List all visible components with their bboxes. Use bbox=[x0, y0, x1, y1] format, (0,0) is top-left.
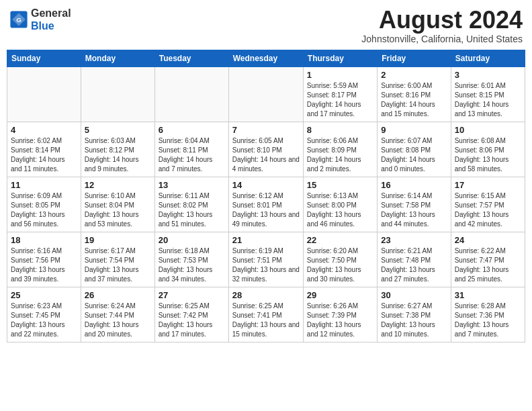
day-info: Sunrise: 6:00 AMSunset: 8:16 PMDaylight:… bbox=[381, 81, 447, 119]
day-number: 15 bbox=[307, 180, 373, 190]
weekday-header-tuesday: Tuesday bbox=[154, 50, 228, 66]
weekday-header-row: SundayMondayTuesdayWednesdayThursdayFrid… bbox=[7, 50, 525, 66]
calendar-cell: 15Sunrise: 6:13 AMSunset: 8:00 PMDayligh… bbox=[303, 177, 377, 232]
day-number: 7 bbox=[232, 125, 300, 135]
day-number: 26 bbox=[85, 290, 151, 300]
weekday-header-sunday: Sunday bbox=[7, 50, 81, 66]
day-number: 20 bbox=[159, 235, 225, 245]
day-info: Sunrise: 6:10 AMSunset: 8:04 PMDaylight:… bbox=[85, 191, 151, 229]
day-info: Sunrise: 6:13 AMSunset: 8:00 PMDaylight:… bbox=[307, 191, 373, 229]
day-info: Sunrise: 6:05 AMSunset: 8:10 PMDaylight:… bbox=[232, 136, 300, 174]
calendar-week-5: 25Sunrise: 6:23 AMSunset: 7:45 PMDayligh… bbox=[7, 287, 525, 342]
calendar-cell: 6Sunrise: 6:04 AMSunset: 8:11 PMDaylight… bbox=[154, 122, 228, 177]
day-info: Sunrise: 6:25 AMSunset: 7:42 PMDaylight:… bbox=[159, 302, 225, 339]
calendar-cell: 20Sunrise: 6:18 AMSunset: 7:53 PMDayligh… bbox=[154, 232, 228, 287]
day-number: 28 bbox=[232, 290, 300, 300]
day-number: 24 bbox=[455, 235, 521, 245]
calendar-cell: 22Sunrise: 6:20 AMSunset: 7:50 PMDayligh… bbox=[303, 232, 377, 287]
day-number: 31 bbox=[455, 290, 521, 300]
day-number: 5 bbox=[85, 125, 151, 135]
day-info: Sunrise: 6:20 AMSunset: 7:50 PMDaylight:… bbox=[307, 246, 373, 284]
calendar-cell: 29Sunrise: 6:26 AMSunset: 7:39 PMDayligh… bbox=[303, 287, 377, 342]
logo: G General Blue bbox=[9, 7, 71, 32]
month-title: August 2024 bbox=[361, 7, 523, 34]
day-info: Sunrise: 6:07 AMSunset: 8:08 PMDaylight:… bbox=[381, 136, 447, 174]
day-info: Sunrise: 6:14 AMSunset: 7:58 PMDaylight:… bbox=[381, 191, 447, 229]
page-header: G General Blue August 2024 Johnstonville… bbox=[7, 7, 525, 44]
day-info: Sunrise: 6:22 AMSunset: 7:47 PMDaylight:… bbox=[455, 246, 521, 284]
calendar-week-4: 18Sunrise: 6:16 AMSunset: 7:56 PMDayligh… bbox=[7, 232, 525, 287]
day-info: Sunrise: 6:23 AMSunset: 7:45 PMDaylight:… bbox=[11, 302, 77, 339]
day-number: 18 bbox=[11, 235, 77, 245]
day-number: 2 bbox=[381, 70, 447, 80]
day-info: Sunrise: 6:12 AMSunset: 8:01 PMDaylight:… bbox=[232, 191, 300, 229]
calendar-week-2: 4Sunrise: 6:02 AMSunset: 8:14 PMDaylight… bbox=[7, 122, 525, 177]
location: Johnstonville, California, United States bbox=[361, 34, 523, 44]
calendar-cell: 24Sunrise: 6:22 AMSunset: 7:47 PMDayligh… bbox=[451, 232, 525, 287]
day-info: Sunrise: 6:21 AMSunset: 7:48 PMDaylight:… bbox=[381, 246, 447, 284]
logo-icon: G bbox=[9, 10, 28, 29]
calendar-cell: 25Sunrise: 6:23 AMSunset: 7:45 PMDayligh… bbox=[7, 287, 81, 342]
day-info: Sunrise: 6:01 AMSunset: 8:15 PMDaylight:… bbox=[455, 81, 521, 119]
day-info: Sunrise: 6:24 AMSunset: 7:44 PMDaylight:… bbox=[85, 302, 151, 339]
calendar-cell: 4Sunrise: 6:02 AMSunset: 8:14 PMDaylight… bbox=[7, 122, 81, 177]
day-number: 4 bbox=[11, 125, 77, 135]
day-number: 10 bbox=[455, 125, 521, 135]
day-number: 23 bbox=[381, 235, 447, 245]
calendar-cell bbox=[7, 66, 81, 122]
calendar-cell: 13Sunrise: 6:11 AMSunset: 8:02 PMDayligh… bbox=[154, 177, 228, 232]
day-info: Sunrise: 6:27 AMSunset: 7:38 PMDaylight:… bbox=[381, 302, 447, 339]
calendar-cell: 9Sunrise: 6:07 AMSunset: 8:08 PMDaylight… bbox=[378, 122, 451, 177]
day-info: Sunrise: 6:11 AMSunset: 8:02 PMDaylight:… bbox=[159, 191, 225, 229]
day-info: Sunrise: 5:59 AMSunset: 8:17 PMDaylight:… bbox=[307, 81, 373, 119]
calendar-cell: 31Sunrise: 6:28 AMSunset: 7:36 PMDayligh… bbox=[451, 287, 525, 342]
day-number: 13 bbox=[159, 180, 225, 190]
day-number: 16 bbox=[381, 180, 447, 190]
day-number: 29 bbox=[307, 290, 373, 300]
day-info: Sunrise: 6:18 AMSunset: 7:53 PMDaylight:… bbox=[159, 246, 225, 284]
day-number: 27 bbox=[159, 290, 225, 300]
calendar-cell: 18Sunrise: 6:16 AMSunset: 7:56 PMDayligh… bbox=[7, 232, 81, 287]
day-info: Sunrise: 6:06 AMSunset: 8:09 PMDaylight:… bbox=[307, 136, 373, 174]
day-number: 17 bbox=[455, 180, 521, 190]
day-info: Sunrise: 6:17 AMSunset: 7:54 PMDaylight:… bbox=[85, 246, 151, 284]
day-number: 12 bbox=[85, 180, 151, 190]
day-info: Sunrise: 6:15 AMSunset: 7:57 PMDaylight:… bbox=[455, 191, 521, 229]
day-info: Sunrise: 6:28 AMSunset: 7:36 PMDaylight:… bbox=[455, 302, 521, 339]
calendar-cell: 3Sunrise: 6:01 AMSunset: 8:15 PMDaylight… bbox=[451, 66, 525, 122]
weekday-header-wednesday: Wednesday bbox=[228, 50, 303, 66]
calendar-cell bbox=[228, 66, 303, 122]
calendar-cell: 19Sunrise: 6:17 AMSunset: 7:54 PMDayligh… bbox=[81, 232, 154, 287]
day-number: 8 bbox=[307, 125, 373, 135]
weekday-header-thursday: Thursday bbox=[303, 50, 377, 66]
title-block: August 2024 Johnstonville, California, U… bbox=[361, 7, 523, 44]
calendar-cell: 27Sunrise: 6:25 AMSunset: 7:42 PMDayligh… bbox=[154, 287, 228, 342]
day-info: Sunrise: 6:09 AMSunset: 8:05 PMDaylight:… bbox=[11, 191, 77, 229]
weekday-header-saturday: Saturday bbox=[451, 50, 525, 66]
day-info: Sunrise: 6:08 AMSunset: 8:06 PMDaylight:… bbox=[455, 136, 521, 174]
calendar-cell: 23Sunrise: 6:21 AMSunset: 7:48 PMDayligh… bbox=[378, 232, 451, 287]
calendar-cell: 7Sunrise: 6:05 AMSunset: 8:10 PMDaylight… bbox=[228, 122, 303, 177]
calendar-cell: 1Sunrise: 5:59 AMSunset: 8:17 PMDaylight… bbox=[303, 66, 377, 122]
day-number: 19 bbox=[85, 235, 151, 245]
logo-text: General Blue bbox=[31, 7, 71, 32]
calendar-cell: 14Sunrise: 6:12 AMSunset: 8:01 PMDayligh… bbox=[228, 177, 303, 232]
day-number: 14 bbox=[232, 180, 300, 190]
calendar-week-1: 1Sunrise: 5:59 AMSunset: 8:17 PMDaylight… bbox=[7, 66, 525, 122]
calendar-table: SundayMondayTuesdayWednesdayThursdayFrid… bbox=[7, 50, 525, 342]
day-info: Sunrise: 6:04 AMSunset: 8:11 PMDaylight:… bbox=[159, 136, 225, 174]
calendar-cell: 8Sunrise: 6:06 AMSunset: 8:09 PMDaylight… bbox=[303, 122, 377, 177]
calendar-cell: 2Sunrise: 6:00 AMSunset: 8:16 PMDaylight… bbox=[378, 66, 451, 122]
calendar-cell: 10Sunrise: 6:08 AMSunset: 8:06 PMDayligh… bbox=[451, 122, 525, 177]
calendar-cell bbox=[154, 66, 228, 122]
weekday-header-friday: Friday bbox=[378, 50, 451, 66]
day-number: 3 bbox=[455, 70, 521, 80]
calendar-cell: 21Sunrise: 6:19 AMSunset: 7:51 PMDayligh… bbox=[228, 232, 303, 287]
calendar-cell: 28Sunrise: 6:25 AMSunset: 7:41 PMDayligh… bbox=[228, 287, 303, 342]
day-info: Sunrise: 6:19 AMSunset: 7:51 PMDaylight:… bbox=[232, 246, 300, 284]
day-number: 6 bbox=[159, 125, 225, 135]
day-number: 1 bbox=[307, 70, 373, 80]
calendar-cell: 5Sunrise: 6:03 AMSunset: 8:12 PMDaylight… bbox=[81, 122, 154, 177]
calendar-cell: 11Sunrise: 6:09 AMSunset: 8:05 PMDayligh… bbox=[7, 177, 81, 232]
weekday-header-monday: Monday bbox=[81, 50, 154, 66]
